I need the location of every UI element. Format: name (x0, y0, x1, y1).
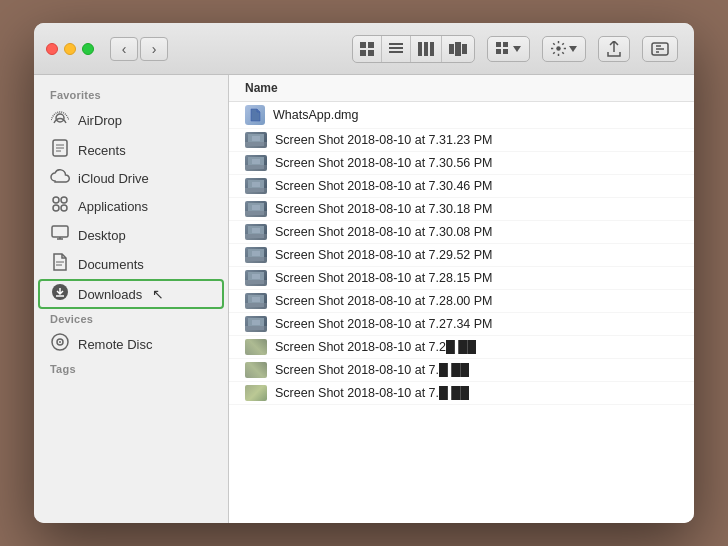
svg-rect-37 (248, 188, 264, 192)
sidebar-item-desktop[interactable]: Desktop (34, 221, 228, 249)
file-item[interactable]: Screen Shot 2018-08-10 at 7.27.34 PM (229, 313, 694, 336)
file-item[interactable]: WhatsApp.dmg (229, 102, 694, 129)
svg-rect-25 (52, 226, 68, 237)
file-items-container: WhatsApp.dmg Screen Shot 2018-08-10 at 7… (229, 102, 694, 405)
sidebar-item-airdrop[interactable]: AirDrop (34, 105, 228, 135)
downloads-icon (50, 283, 70, 305)
svg-rect-1 (368, 42, 374, 48)
share-button[interactable] (598, 36, 630, 62)
action-button[interactable] (642, 36, 678, 62)
sidebar-item-documents-label: Documents (78, 257, 144, 272)
file-icon-screenshot (245, 178, 267, 194)
file-icon-dmg (245, 105, 265, 125)
svg-rect-5 (389, 47, 403, 49)
gear-button[interactable] (542, 36, 586, 62)
sidebar-item-documents[interactable]: Documents (34, 249, 228, 279)
sidebar-item-icloud[interactable]: iCloud Drive (34, 165, 228, 191)
nav-buttons: ‹ › (110, 37, 168, 61)
svg-rect-3 (368, 50, 374, 56)
file-item[interactable]: Screen Shot 2018-08-10 at 7.28.15 PM (229, 267, 694, 290)
finder-window: ‹ › (34, 23, 694, 523)
svg-rect-55 (248, 326, 264, 330)
file-icon-screenshot (245, 201, 267, 217)
sidebar-item-downloads[interactable]: Downloads ↖ (38, 279, 224, 309)
file-name: Screen Shot 2018-08-10 at 7.28.15 PM (275, 271, 493, 285)
file-name: Screen Shot 2018-08-10 at 7.31.23 PM (275, 133, 493, 147)
view-options-dropdown[interactable] (487, 36, 530, 62)
sidebar-item-desktop-label: Desktop (78, 228, 126, 243)
svg-rect-0 (360, 42, 366, 48)
file-list: Name WhatsApp.dmg Screen Shot 2018-08-10… (229, 75, 694, 523)
view-list-button[interactable] (382, 36, 411, 62)
file-icon-blurred (245, 385, 267, 401)
svg-rect-2 (360, 50, 366, 56)
file-name: Screen Shot 2018-08-10 at 7.2█ ██ (275, 340, 476, 354)
traffic-lights (46, 43, 94, 55)
file-item[interactable]: Screen Shot 2018-08-10 at 7.30.46 PM (229, 175, 694, 198)
svg-rect-35 (252, 159, 260, 164)
sidebar-item-downloads-label: Downloads (78, 287, 142, 302)
file-item[interactable]: Screen Shot 2018-08-10 at 7.28.00 PM (229, 290, 694, 313)
file-name: Screen Shot 2018-08-10 at 7.30.18 PM (275, 202, 493, 216)
file-name: Screen Shot 2018-08-10 at 7.29.52 PM (275, 248, 493, 262)
svg-rect-10 (449, 44, 454, 54)
sidebar-item-applications[interactable]: Applications (34, 191, 228, 221)
file-icon-screenshot (245, 293, 267, 309)
sidebar-item-remotedisc[interactable]: Remote Disc (34, 329, 228, 359)
file-item[interactable]: Screen Shot 2018-08-10 at 7.█ ██ (229, 359, 694, 382)
view-cover-button[interactable] (442, 36, 474, 62)
view-icon-button[interactable] (353, 36, 382, 62)
file-name: Screen Shot 2018-08-10 at 7.█ ██ (275, 386, 469, 400)
file-name: Screen Shot 2018-08-10 at 7.27.34 PM (275, 317, 493, 331)
file-item[interactable]: Screen Shot 2018-08-10 at 7.2█ ██ (229, 336, 694, 359)
svg-rect-32 (252, 136, 260, 141)
file-item[interactable]: Screen Shot 2018-08-10 at 7.█ ██ (229, 382, 694, 405)
recents-icon (50, 139, 70, 161)
svg-rect-8 (424, 42, 428, 56)
tags-label: Tags (34, 359, 228, 379)
svg-rect-31 (248, 142, 264, 146)
svg-rect-16 (503, 49, 508, 54)
file-icon-screenshot (245, 155, 267, 171)
svg-rect-7 (418, 42, 422, 56)
svg-rect-50 (252, 274, 260, 279)
forward-button[interactable]: › (140, 37, 168, 61)
maximize-button[interactable] (82, 43, 94, 55)
svg-rect-49 (248, 280, 264, 284)
svg-rect-41 (252, 205, 260, 210)
file-icon-screenshot (245, 247, 267, 263)
svg-rect-56 (252, 320, 260, 325)
sidebar-item-remotedisc-label: Remote Disc (78, 337, 152, 352)
svg-rect-9 (430, 42, 434, 56)
svg-rect-13 (496, 42, 501, 47)
file-item[interactable]: Screen Shot 2018-08-10 at 7.30.56 PM (229, 152, 694, 175)
file-name: Screen Shot 2018-08-10 at 7.28.00 PM (275, 294, 493, 308)
file-icon-screenshot (245, 224, 267, 240)
file-name: Screen Shot 2018-08-10 at 7.30.46 PM (275, 179, 493, 193)
svg-rect-43 (248, 234, 264, 238)
svg-rect-4 (389, 43, 403, 45)
svg-rect-53 (252, 297, 260, 302)
svg-rect-12 (462, 44, 467, 54)
sidebar-item-recents[interactable]: Recents (34, 135, 228, 165)
svg-point-17 (556, 46, 561, 51)
back-button[interactable]: ‹ (110, 37, 138, 61)
close-button[interactable] (46, 43, 58, 55)
file-item[interactable]: Screen Shot 2018-08-10 at 7.31.23 PM (229, 129, 694, 152)
view-column-button[interactable] (411, 36, 442, 62)
file-name: Screen Shot 2018-08-10 at 7.30.08 PM (275, 225, 493, 239)
svg-rect-11 (455, 42, 461, 56)
minimize-button[interactable] (64, 43, 76, 55)
file-item[interactable]: Screen Shot 2018-08-10 at 7.30.08 PM (229, 221, 694, 244)
file-icon-screenshot (245, 270, 267, 286)
icloud-icon (50, 169, 70, 187)
sidebar-item-airdrop-label: AirDrop (78, 113, 122, 128)
svg-rect-52 (248, 303, 264, 307)
svg-point-23 (53, 205, 59, 211)
svg-rect-46 (248, 257, 264, 261)
svg-rect-44 (252, 228, 260, 233)
file-item[interactable]: Screen Shot 2018-08-10 at 7.30.18 PM (229, 198, 694, 221)
svg-rect-6 (389, 51, 403, 53)
file-item[interactable]: Screen Shot 2018-08-10 at 7.29.52 PM (229, 244, 694, 267)
svg-point-22 (61, 197, 67, 203)
